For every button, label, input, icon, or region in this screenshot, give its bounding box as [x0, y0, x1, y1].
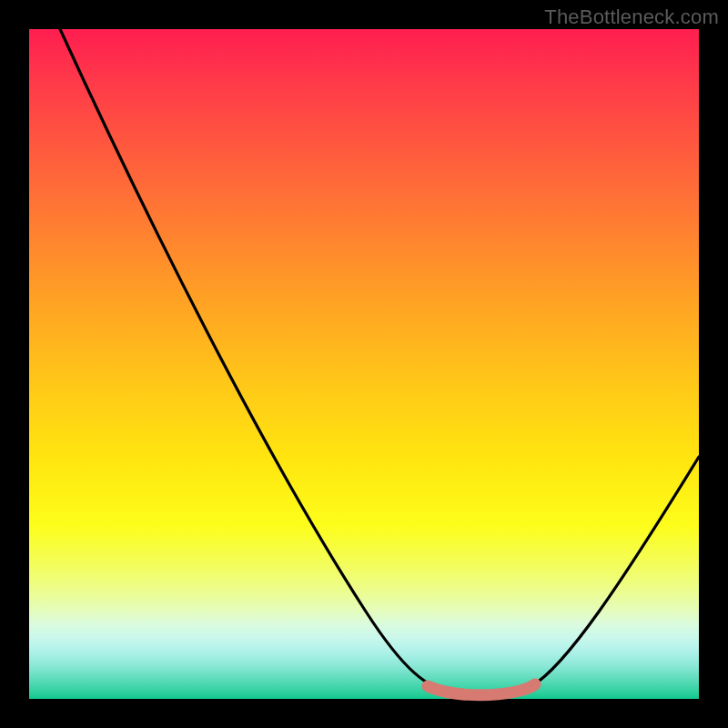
plot-area [29, 29, 699, 699]
trough-highlight [428, 684, 535, 695]
bottleneck-curve [60, 29, 699, 694]
watermark-text: TheBottleneck.com [544, 5, 719, 29]
chart-svg [29, 29, 699, 699]
chart-frame: TheBottleneck.com [0, 0, 728, 728]
